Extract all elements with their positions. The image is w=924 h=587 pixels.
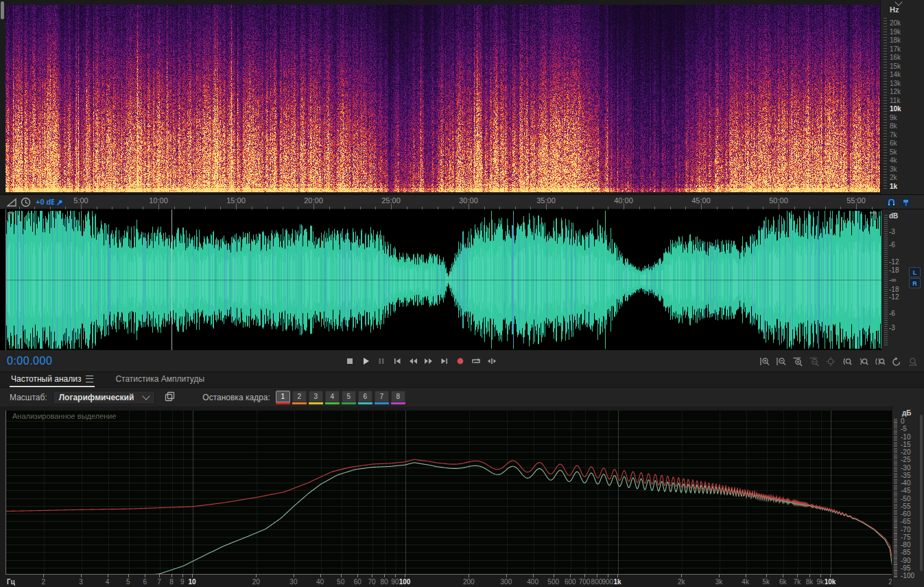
spectrogram-display[interactable] bbox=[5, 5, 880, 192]
spectro-scale-label: 10k bbox=[890, 105, 901, 113]
freq-x-tick bbox=[766, 574, 767, 577]
ruler-time-label: 15:00 bbox=[226, 196, 246, 205]
waveform-scale-label: -3 bbox=[889, 228, 895, 235]
freq-x-tick bbox=[554, 574, 554, 577]
hold-button-number: 1 bbox=[276, 391, 290, 402]
zoom-in-amplitude-button[interactable] bbox=[758, 354, 771, 368]
frequency-plot[interactable] bbox=[5, 411, 892, 575]
ruler-time-label: 20:00 bbox=[304, 196, 323, 205]
freq-y-label: -55 bbox=[901, 503, 910, 510]
waveform-scale-label: -6 bbox=[889, 310, 895, 317]
freq-x-label: 60 bbox=[354, 578, 362, 586]
scale-dropdown-value: Логарифмический bbox=[59, 393, 134, 402]
tab-amplitude-statistics[interactable]: Статистика Амплитуды bbox=[114, 372, 206, 387]
spectro-scale-label: 5k bbox=[890, 148, 897, 157]
ruler-time-label: 30:00 bbox=[459, 196, 478, 205]
zoom-reset-vertical-button[interactable] bbox=[824, 354, 837, 368]
fast-forward-button[interactable] bbox=[422, 354, 435, 368]
time-display[interactable]: 0:00.000 bbox=[7, 355, 52, 367]
hold-button-6[interactable]: 6 bbox=[358, 391, 372, 404]
copy-graph-button[interactable] bbox=[165, 391, 175, 404]
ruler-tick-area[interactable]: 5:0010:0015:0020:0025:0030:0035:0040:004… bbox=[0, 195, 880, 210]
spectro-scale-label: 20k bbox=[890, 19, 901, 27]
freq-x-label: 3 bbox=[79, 578, 83, 586]
freq-y-label: -90 bbox=[901, 557, 910, 564]
zoom-to-out-point-button[interactable] bbox=[857, 354, 870, 368]
loop-playback-button[interactable] bbox=[469, 354, 482, 368]
snap-magnet-icon[interactable] bbox=[886, 197, 897, 208]
zoom-to-in-point-button[interactable] bbox=[840, 354, 853, 368]
freq-x-label: 700 bbox=[579, 578, 591, 586]
pause-button[interactable] bbox=[375, 354, 388, 368]
hold-button-7[interactable]: 7 bbox=[375, 391, 389, 404]
playhead-line[interactable] bbox=[171, 209, 172, 350]
hold-button-8[interactable]: 8 bbox=[391, 391, 405, 404]
freq-x-tick bbox=[256, 574, 257, 577]
zoom-out-time-button[interactable] bbox=[807, 354, 820, 368]
skip-to-end-button[interactable] bbox=[438, 354, 451, 368]
freq-x-label: 5k bbox=[762, 578, 770, 586]
freq-x-label: 4 bbox=[106, 578, 110, 586]
waveform-scale-label: -18 bbox=[889, 286, 899, 293]
panel-menu-icon[interactable] bbox=[86, 376, 93, 382]
scale-dropdown[interactable]: Логарифмический bbox=[53, 391, 156, 404]
panel-grabber-icon[interactable] bbox=[8, 212, 14, 219]
hold-color-bar bbox=[276, 402, 290, 404]
play-button[interactable] bbox=[359, 354, 372, 368]
freq-x-label: 200 bbox=[463, 578, 475, 586]
tab-frequency-analysis[interactable]: Частотный анализ bbox=[10, 372, 95, 387]
rewind-button[interactable] bbox=[406, 354, 419, 368]
spectro-scale-label: 4k bbox=[890, 157, 897, 165]
channel-left-button[interactable]: L bbox=[909, 267, 921, 277]
frequency-x-axis: 2345678910203040506070809010020030040050… bbox=[5, 578, 892, 587]
spectro-scale-label: 12k bbox=[890, 88, 901, 96]
zoom-out-amplitude-button[interactable] bbox=[774, 354, 787, 368]
hold-button-3[interactable]: 3 bbox=[309, 391, 323, 404]
hold-button-4[interactable]: 4 bbox=[325, 391, 340, 404]
skip-selection-button[interactable] bbox=[485, 354, 498, 368]
freq-x-label: 6k bbox=[779, 578, 787, 586]
freq-x-tick bbox=[395, 574, 396, 577]
zoom-in-time-button[interactable] bbox=[791, 354, 804, 368]
timeline-ruler[interactable]: +0 dB 5:0010:0015:0020:0025:0030:0035:00… bbox=[0, 194, 924, 209]
freq-x-label: 500 bbox=[547, 578, 559, 586]
frequency-scrollbar[interactable] bbox=[920, 415, 923, 571]
ruler-time-label: 10:00 bbox=[149, 196, 168, 205]
reset-zoom-button[interactable] bbox=[890, 354, 903, 368]
ruler-time-label: 25:00 bbox=[381, 196, 401, 205]
freq-x-label: 7 bbox=[157, 578, 161, 586]
skip-to-start-button[interactable] bbox=[390, 354, 403, 368]
marker-pin-icon[interactable] bbox=[900, 197, 911, 208]
freq-x-tick bbox=[159, 574, 160, 577]
hold-color-bar bbox=[391, 402, 405, 404]
hold-button-1[interactable]: 1 bbox=[276, 391, 290, 404]
freq-x-tick bbox=[43, 574, 44, 577]
freq-x-label: 900 bbox=[602, 578, 613, 586]
hold-button-5[interactable]: 5 bbox=[342, 391, 356, 404]
waveform-display[interactable] bbox=[5, 209, 881, 350]
hold-button-number: 6 bbox=[358, 391, 372, 402]
freq-x-tick bbox=[570, 574, 571, 577]
freq-x-label: 80 bbox=[380, 578, 388, 586]
freq-x-tick bbox=[372, 574, 372, 577]
analyzed-selection-label: Анализированное выделение bbox=[12, 412, 117, 420]
spectro-scale-label: 11k bbox=[890, 97, 900, 105]
freq-x-tick bbox=[597, 574, 597, 577]
waveform-scale-label: -3 bbox=[889, 324, 895, 332]
stop-button[interactable] bbox=[343, 354, 356, 368]
hold-button-2[interactable]: 2 bbox=[292, 391, 307, 404]
panel-grabber-icon[interactable] bbox=[870, 212, 877, 219]
spectrogram-scrollbar[interactable] bbox=[1, 1, 4, 19]
freq-x-label: 40 bbox=[316, 578, 324, 586]
record-button[interactable] bbox=[453, 354, 466, 368]
zoom-full-button[interactable] bbox=[906, 354, 919, 368]
freq-y-label: -15 bbox=[901, 441, 910, 448]
zoom-to-selection-button[interactable] bbox=[873, 354, 886, 368]
spectro-scale-label: 2k bbox=[890, 174, 897, 182]
freq-x-label: 2 bbox=[42, 578, 46, 586]
freq-x-label: 20 bbox=[252, 578, 260, 586]
channel-right-button[interactable]: R bbox=[909, 278, 921, 288]
spectro-scale-label: 1k bbox=[890, 183, 897, 191]
freq-x-tick bbox=[469, 574, 469, 577]
ruler-time-label: 35:00 bbox=[536, 196, 556, 205]
